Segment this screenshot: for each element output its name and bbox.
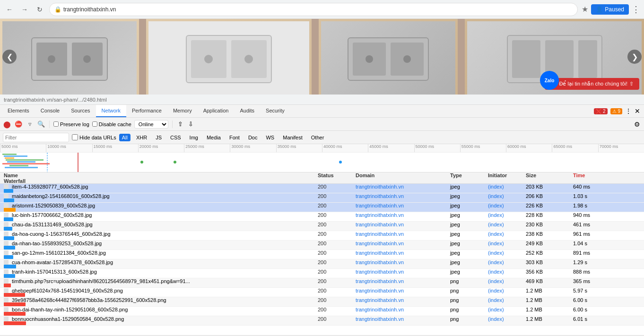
reload-button[interactable]: ↻ xyxy=(34,4,45,15)
col-name: tranh-kinh-1570415313_600x528.jpg xyxy=(2,269,316,275)
table-row[interactable]: item-4-1359280777_600x528.jpg 200 trangt… xyxy=(0,184,644,193)
tab-memory[interactable]: Memory xyxy=(167,105,198,117)
col-name: chau-da-1531131469_600x528.jpg xyxy=(2,222,316,227)
table-row[interactable]: cua-nhom-avatar-1572854378_600x528.jpg 2… xyxy=(0,259,644,269)
paused-button[interactable]: 👤 Paused xyxy=(591,4,629,15)
table-row[interactable]: bonnuocnhuasonha1-1529050584_600x528.png… xyxy=(0,316,644,326)
tab-sources[interactable]: Sources xyxy=(65,105,96,117)
tab-console[interactable]: Console xyxy=(35,105,65,117)
filter-img-button[interactable]: Img xyxy=(187,134,201,141)
svg-point-31 xyxy=(339,161,342,164)
col-time: 6.01 s xyxy=(571,316,642,322)
chat-widget[interactable]: 💌 Để lại tin nhắn cho chúng tôi! ⇧ xyxy=(545,78,639,90)
import-button[interactable]: ⇧ xyxy=(176,120,185,129)
url-text: trangtrinoithatxinh.vn xyxy=(63,6,116,13)
table-row[interactable]: chau-da-1531131469_600x528.jpg 200 trang… xyxy=(0,222,644,231)
ruler-mark-20000: 20000 ms xyxy=(138,144,184,152)
tab-network[interactable]: Network xyxy=(96,105,126,117)
file-icon xyxy=(4,232,9,236)
carousel-next-button[interactable]: ❯ xyxy=(627,50,642,64)
table-row[interactable]: 39e98758a46268c444827f69587bbb3a-1556252… xyxy=(0,297,644,307)
table-row[interactable]: tranh-kinh-1570415313_600x528.jpg 200 tr… xyxy=(0,269,644,278)
forward-button[interactable]: → xyxy=(19,4,30,15)
filter-manifest-button[interactable]: Manifest xyxy=(280,134,305,141)
col-status: 200 xyxy=(316,288,354,293)
col-initiator: (index) xyxy=(486,231,524,237)
filter-button[interactable]: ▿ xyxy=(26,120,34,129)
back-button[interactable]: ← xyxy=(4,4,15,15)
filter-css-button[interactable]: CSS xyxy=(167,134,184,141)
filter-other-button[interactable]: Other xyxy=(308,134,327,141)
tab-security[interactable]: Security xyxy=(260,105,290,117)
col-domain: trangtrinoithatxinh.vn xyxy=(354,184,448,190)
col-initiator: (index) xyxy=(486,250,524,256)
table-row[interactable]: ghebpepf61024x768-1545190419_600x528.png… xyxy=(0,288,644,297)
table-row[interactable]: san-go-12mm-1561021384_600x528.jpg 200 t… xyxy=(0,250,644,259)
address-bar[interactable]: 🔒 trangtrinoithatxinh.vn xyxy=(49,3,578,16)
col-header-name: Name xyxy=(2,172,316,178)
table-row[interactable]: maidanbetong2-1541668016_600x528.jpg 200… xyxy=(0,193,644,203)
col-domain: trangtrinoithatxinh.vn xyxy=(354,212,448,218)
col-status: 200 xyxy=(316,241,354,246)
table-row[interactable]: da-nhan-tao-1558939253_600x528.jpg 200 t… xyxy=(0,241,644,250)
col-header-size: Size xyxy=(524,172,571,178)
menu-icon[interactable]: ⋮ xyxy=(632,4,640,15)
filter-font-button[interactable]: Font xyxy=(226,134,243,141)
col-time: 1.03 s xyxy=(571,193,642,199)
import-export-buttons: ⇧ ⇩ xyxy=(176,120,195,129)
col-name: bon-dai-thanh-tay-ninh-1529051068_600x52… xyxy=(2,307,316,312)
network-mode-select[interactable]: Online Offline Slow 3G Fast 3G xyxy=(134,120,168,129)
filter-xhr-button[interactable]: XHR xyxy=(133,134,150,141)
tab-elements[interactable]: Elements xyxy=(2,105,35,117)
timeline-area[interactable]: 5000 ms 10000 ms 15000 ms 20000 ms 25000… xyxy=(0,144,644,172)
col-status: 200 xyxy=(316,184,354,190)
col-waterfall xyxy=(2,321,316,325)
devtools-close-icon[interactable]: ✕ xyxy=(635,107,640,115)
filter-ws-button[interactable]: WS xyxy=(263,134,277,141)
zalo-widget[interactable]: Zalo xyxy=(540,71,559,90)
table-row[interactable]: luc-binh-1577006662_600x528.jpg 200 tran… xyxy=(0,212,644,222)
requests-table[interactable]: Name Status Domain Type Initiator Size T… xyxy=(0,172,644,335)
svg-rect-16 xyxy=(512,40,540,78)
table-row[interactable]: bon-dai-thanh-tay-ninh-1529051068_600x52… xyxy=(0,307,644,316)
ruler-mark-10000: 10000 ms xyxy=(46,144,92,152)
col-name: san-go-12mm-1561021384_600x528.jpg xyxy=(2,250,316,256)
disable-cache-checkbox[interactable]: Disable cache xyxy=(92,121,131,127)
col-domain: trangtrinoithatxinh.vn xyxy=(354,259,448,265)
col-status: 200 xyxy=(316,278,354,284)
table-row[interactable]: aristonmt-1529050839_600x528.jpg 200 tra… xyxy=(0,203,644,212)
stop-button[interactable]: ⛔ xyxy=(14,120,23,129)
col-type: png xyxy=(448,307,486,312)
tab-application[interactable]: Application xyxy=(198,105,235,117)
filter-input[interactable] xyxy=(3,133,69,142)
filter-all-button[interactable]: All xyxy=(119,134,131,141)
export-button[interactable]: ⇩ xyxy=(187,120,195,129)
col-domain: trangtrinoithatxinh.vn xyxy=(354,307,448,312)
record-button[interactable]: ⬤ xyxy=(3,120,11,129)
tab-performance[interactable]: Performance xyxy=(126,105,167,117)
filter-js-button[interactable]: JS xyxy=(153,134,165,141)
table-row[interactable]: timthumb.php?src=upload/hinhanh/86201256… xyxy=(0,278,644,288)
table-body: item-4-1359280777_600x528.jpg 200 trangt… xyxy=(0,184,644,326)
col-initiator: (index) xyxy=(486,222,524,227)
file-icon xyxy=(4,213,9,217)
col-domain: trangtrinoithatxinh.vn xyxy=(354,241,448,246)
col-type: jpeg xyxy=(448,184,486,190)
col-status: 200 xyxy=(316,222,354,227)
svg-rect-22 xyxy=(6,159,44,161)
col-domain: trangtrinoithatxinh.vn xyxy=(354,316,448,322)
tab-audits[interactable]: Audits xyxy=(234,105,260,117)
svg-point-30 xyxy=(174,161,176,164)
preserve-log-checkbox[interactable]: Preserve log xyxy=(53,121,89,127)
filter-media-button[interactable]: Media xyxy=(204,134,224,141)
hide-data-urls-checkbox[interactable]: Hide data URLs xyxy=(72,134,116,140)
ruler-mark-50000: 50000 ms xyxy=(414,144,460,152)
table-row[interactable]: da-hoa-cuong-1-1563765445_600x528.jpg 20… xyxy=(0,231,644,241)
filter-doc-button[interactable]: Doc xyxy=(245,134,261,141)
search-button[interactable]: 🔍 xyxy=(37,120,45,129)
devtools-more-icon[interactable]: ⋮ xyxy=(625,107,632,115)
col-time: 6.00 s xyxy=(571,307,642,312)
star-icon[interactable]: ★ xyxy=(582,5,588,14)
carousel-prev-button[interactable]: ❮ xyxy=(2,50,17,64)
settings-gear-icon[interactable]: ⚙ xyxy=(633,120,641,129)
